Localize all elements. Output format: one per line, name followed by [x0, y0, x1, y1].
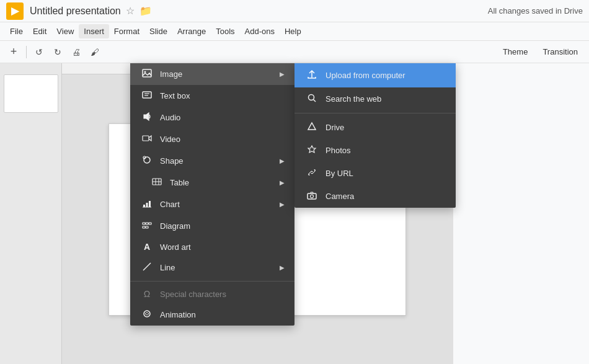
undo-button[interactable]: ↺ [30, 43, 48, 61]
transition-button[interactable]: Transition [536, 45, 584, 59]
svg-rect-29 [308, 193, 316, 199]
photos-icon [304, 144, 319, 156]
menu-option-image[interactable]: Image ▶ [130, 63, 294, 85]
paint-button[interactable]: 🖌 [86, 43, 104, 61]
svg-rect-21 [146, 226, 148, 228]
menu-view[interactable]: View [51, 24, 79, 38]
shape-arrow: ▶ [280, 158, 285, 164]
print-button[interactable]: 🖨 [68, 43, 85, 61]
menu-option-diagram[interactable]: Diagram [130, 215, 294, 237]
special-chars-icon: Ω [140, 289, 154, 299]
menu-divider-1 [130, 281, 294, 282]
svg-rect-18 [146, 223, 148, 224]
submenu-by-url[interactable]: By URL [294, 162, 456, 185]
menu-bar: File Edit View Insert Format Slide Arran… [0, 22, 589, 41]
image-submenu: Upload from computer Search the web Driv… [294, 63, 456, 208]
app-title: Untitled presentation [30, 6, 121, 17]
svg-marker-28 [308, 123, 316, 130]
slides-panel: 1 [0, 63, 62, 364]
diagram-icon [140, 220, 154, 232]
svg-rect-19 [149, 223, 151, 224]
toolbar-right: Theme Transition [497, 45, 584, 59]
table-icon [150, 177, 164, 189]
folder-icon[interactable]: 📁 [140, 5, 152, 17]
upload-icon [304, 69, 319, 82]
add-button[interactable]: + [5, 43, 22, 61]
svg-rect-13 [143, 205, 145, 207]
svg-point-7 [144, 157, 150, 163]
svg-rect-15 [149, 201, 151, 207]
menu-option-audio[interactable]: Audio [130, 107, 294, 128]
image-arrow: ▶ [280, 71, 285, 78]
menu-option-textbox[interactable]: Text box [130, 85, 294, 107]
slide-thumbnail[interactable] [4, 74, 58, 113]
menu-arrange[interactable]: Arrange [172, 24, 211, 38]
menu-file[interactable]: File [5, 24, 28, 38]
line-arrow: ▶ [280, 264, 285, 271]
by-url-icon [304, 167, 319, 179]
shape-icon [140, 155, 154, 167]
submenu-camera[interactable]: Camera [294, 185, 456, 208]
menu-option-table[interactable]: Table ▶ [130, 172, 294, 193]
svg-point-30 [311, 195, 314, 198]
video-icon [140, 133, 154, 145]
table-arrow: ▶ [280, 179, 285, 186]
save-status: All changes saved in Drive [488, 6, 583, 16]
insert-menu: Image ▶ Text box Audio [130, 63, 294, 326]
theme-button[interactable]: Theme [497, 45, 534, 59]
audio-icon [140, 112, 154, 123]
menu-option-special-chars: Ω Special characters [130, 284, 294, 304]
animation-icon [140, 309, 154, 321]
menu-edit[interactable]: Edit [28, 24, 51, 38]
menu-option-line[interactable]: Line ▶ [130, 257, 294, 278]
svg-line-27 [314, 100, 316, 102]
svg-rect-6 [143, 136, 149, 141]
svg-rect-14 [146, 203, 148, 207]
svg-point-26 [309, 95, 314, 100]
svg-marker-5 [144, 113, 149, 120]
search-web-icon [304, 93, 319, 105]
submenu-photos[interactable]: Photos [294, 139, 456, 162]
chart-icon [140, 198, 154, 210]
redo-button[interactable]: ↻ [49, 43, 66, 61]
app-logo: ▶ [6, 2, 24, 20]
menu-format[interactable]: Format [109, 24, 144, 38]
toolbar: + ↺ ↻ 🖨 🖌 Theme Transition [0, 41, 589, 63]
menu-option-video[interactable]: Video [130, 128, 294, 150]
drive-icon [304, 122, 319, 133]
svg-line-24 [143, 263, 151, 270]
right-panel [453, 63, 589, 364]
submenu-divider-1 [294, 113, 456, 113]
menu-option-wordart[interactable]: A Word art [130, 237, 294, 257]
menu-option-animation[interactable]: Animation [130, 304, 294, 326]
toolbar-divider-1 [26, 46, 27, 58]
menu-slide[interactable]: Slide [144, 24, 172, 38]
svg-rect-2 [143, 92, 151, 98]
textbox-icon [140, 90, 154, 102]
svg-point-1 [144, 71, 146, 73]
menu-option-chart[interactable]: Chart ▶ [130, 193, 294, 215]
wordart-icon: A [140, 242, 154, 252]
image-icon [140, 68, 154, 80]
submenu-upload[interactable]: Upload from computer [294, 63, 456, 87]
chart-arrow: ▶ [280, 201, 285, 208]
line-icon [140, 262, 154, 273]
menu-tools[interactable]: Tools [211, 24, 239, 38]
camera-icon [304, 190, 319, 202]
menu-addons[interactable]: Add-ons [240, 24, 280, 38]
svg-rect-20 [143, 226, 145, 228]
submenu-search-web[interactable]: Search the web [294, 87, 456, 110]
title-bar: ▶ Untitled presentation ☆ 📁 All changes … [0, 0, 589, 22]
submenu-drive[interactable]: Drive [294, 116, 456, 139]
menu-help[interactable]: Help [280, 24, 306, 38]
svg-rect-17 [143, 223, 145, 224]
star-icon[interactable]: ☆ [126, 5, 135, 17]
menu-insert[interactable]: Insert [79, 24, 109, 38]
menu-option-shape[interactable]: Shape ▶ [130, 150, 294, 172]
